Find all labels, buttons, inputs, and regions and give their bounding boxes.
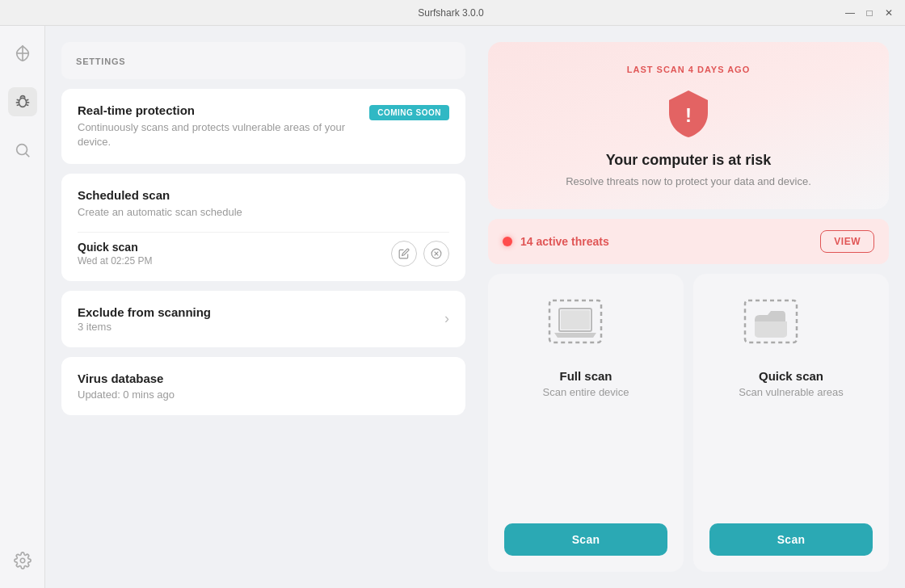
- edit-scan-button[interactable]: [391, 241, 417, 267]
- svg-point-7: [16, 145, 27, 155]
- sidebar-item-vpn[interactable]: [8, 39, 37, 68]
- risk-title: Your computer is at risk: [507, 152, 869, 169]
- svg-line-4: [26, 99, 28, 100]
- scheduled-scan-title: Scheduled scan: [78, 188, 449, 202]
- divider: [78, 232, 449, 233]
- settings-panel: SETTINGS Real-time protection Continuous…: [45, 26, 482, 588]
- main-content: SETTINGS Real-time protection Continuous…: [45, 26, 905, 588]
- svg-point-0: [19, 98, 26, 107]
- svg-line-8: [26, 153, 29, 157]
- svg-point-9: [20, 558, 25, 563]
- window-controls[interactable]: — □ ✕: [844, 6, 895, 19]
- chevron-right-icon: ›: [444, 310, 449, 327]
- quick-scan-button[interactable]: Scan: [709, 523, 873, 556]
- exclude-scanning-card[interactable]: Exclude from scanning 3 items ›: [61, 291, 465, 347]
- virus-db-title: Virus database: [78, 372, 449, 385]
- threats-count: 14 active threats: [520, 235, 609, 248]
- full-scan-icon: [543, 293, 608, 358]
- scheduled-scan-card: Scheduled scan Create an automatic scan …: [61, 174, 465, 280]
- right-panel: LAST SCAN 4 DAYS AGO ! Your computer is …: [482, 26, 905, 588]
- view-threats-button[interactable]: VIEW: [820, 230, 874, 253]
- maximize-button[interactable]: □: [863, 6, 876, 19]
- full-scan-title: Full scan: [543, 369, 629, 383]
- close-button[interactable]: ✕: [882, 6, 895, 19]
- exclude-count: 3 items: [78, 321, 211, 333]
- real-time-desc: Continuously scans and protects vulnerab…: [78, 120, 356, 149]
- quick-scan-card: Quick scan Scan vulnerable areas Scan: [693, 274, 889, 573]
- settings-label: SETTINGS: [76, 57, 125, 66]
- app-body: SETTINGS Real-time protection Continuous…: [0, 26, 905, 588]
- svg-line-6: [26, 105, 28, 106]
- shield-warning-icon: !: [663, 87, 714, 139]
- quick-scan-actions: [391, 241, 449, 267]
- full-scan-card: Full scan Scan entire device Scan: [488, 274, 684, 573]
- real-time-title: Real-time protection: [78, 103, 356, 117]
- last-scan-label: LAST SCAN 4 DAYS AGO: [507, 65, 869, 74]
- sidebar-item-antivirus[interactable]: [8, 87, 37, 116]
- virus-db-updated: Updated: 0 mins ago: [78, 388, 449, 401]
- delete-scan-button[interactable]: [423, 241, 449, 267]
- sidebar-item-search[interactable]: [8, 136, 37, 165]
- virus-database-card: Virus database Updated: 0 mins ago: [61, 357, 465, 415]
- svg-rect-16: [561, 310, 590, 330]
- quick-scan-desc: Scan vulnerable areas: [739, 386, 843, 398]
- quick-scan-name: Quick scan: [78, 241, 153, 254]
- threat-dot-indicator: [503, 237, 512, 246]
- svg-text:!: !: [685, 104, 692, 126]
- titlebar: Surfshark 3.0.0 — □ ✕: [0, 0, 905, 26]
- minimize-button[interactable]: —: [844, 6, 857, 19]
- full-scan-desc: Scan entire device: [543, 386, 629, 398]
- scan-cards-row: Full scan Scan entire device Scan: [488, 274, 889, 573]
- threats-bar: 14 active threats VIEW: [488, 219, 889, 264]
- threats-info: 14 active threats: [503, 235, 609, 248]
- coming-soon-badge: COMING SOON: [369, 105, 449, 120]
- quick-scan-title: Quick scan: [739, 369, 843, 383]
- settings-section-header: SETTINGS: [61, 42, 465, 79]
- quick-scan-row: Quick scan Wed at 02:25 PM: [78, 241, 449, 267]
- quick-scan-time: Wed at 02:25 PM: [78, 255, 153, 267]
- sidebar-item-settings[interactable]: [8, 546, 37, 575]
- app-title: Surfshark 3.0.0: [58, 7, 844, 19]
- real-time-protection-card: Real-time protection Continuously scans …: [61, 89, 465, 164]
- svg-line-1: [16, 99, 19, 100]
- sidebar: [0, 26, 45, 588]
- full-scan-button[interactable]: Scan: [504, 523, 667, 556]
- svg-line-3: [16, 105, 19, 106]
- exclude-title: Exclude from scanning: [78, 305, 211, 319]
- risk-card: LAST SCAN 4 DAYS AGO ! Your computer is …: [488, 42, 889, 209]
- risk-desc: Resolve threats now to protect your data…: [507, 174, 869, 190]
- scheduled-scan-desc: Create an automatic scan schedule: [78, 205, 449, 220]
- quick-scan-icon: [739, 293, 803, 358]
